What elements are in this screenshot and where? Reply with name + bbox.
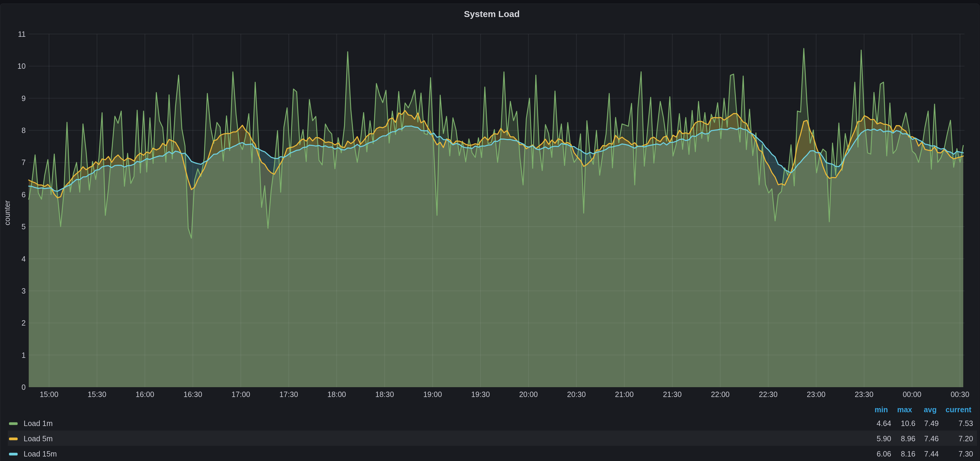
svg-text:7: 7 — [22, 158, 26, 167]
svg-text:Load 5m: Load 5m — [24, 434, 52, 443]
svg-text:7.20: 7.20 — [958, 434, 973, 443]
svg-text:17:00: 17:00 — [231, 390, 250, 399]
svg-text:7.49: 7.49 — [924, 419, 939, 428]
svg-text:4.64: 4.64 — [877, 419, 891, 428]
svg-text:17:30: 17:30 — [280, 390, 298, 399]
svg-text:22:00: 22:00 — [711, 390, 730, 399]
svg-text:3: 3 — [22, 287, 26, 295]
svg-text:11: 11 — [18, 30, 26, 38]
svg-text:8.16: 8.16 — [901, 450, 915, 458]
svg-text:7.44: 7.44 — [924, 450, 939, 458]
svg-text:4: 4 — [22, 255, 26, 263]
svg-text:23:00: 23:00 — [807, 390, 826, 399]
svg-text:21:30: 21:30 — [663, 390, 682, 399]
svg-text:1: 1 — [22, 351, 26, 359]
svg-text:6.06: 6.06 — [877, 450, 891, 458]
svg-text:16:00: 16:00 — [135, 390, 154, 399]
svg-text:min: min — [875, 405, 888, 414]
svg-text:avg: avg — [924, 405, 937, 414]
svg-text:6: 6 — [22, 191, 26, 199]
svg-text:21:00: 21:00 — [615, 390, 634, 399]
svg-text:0: 0 — [22, 383, 26, 391]
svg-text:Load 15m: Load 15m — [24, 450, 57, 458]
svg-text:19:30: 19:30 — [471, 390, 490, 399]
svg-text:Load 1m: Load 1m — [24, 419, 52, 428]
svg-text:current: current — [946, 405, 972, 414]
svg-text:23:30: 23:30 — [855, 390, 873, 399]
svg-text:8.96: 8.96 — [901, 434, 915, 443]
svg-text:System Load: System Load — [464, 9, 520, 19]
svg-text:7.46: 7.46 — [924, 434, 939, 443]
svg-text:19:00: 19:00 — [423, 390, 442, 399]
svg-text:8: 8 — [22, 126, 26, 135]
svg-text:15:00: 15:00 — [40, 390, 59, 399]
svg-text:18:00: 18:00 — [328, 390, 346, 399]
svg-text:18:30: 18:30 — [375, 390, 394, 399]
svg-text:max: max — [897, 405, 912, 414]
svg-text:22:30: 22:30 — [759, 390, 778, 399]
svg-text:20:00: 20:00 — [519, 390, 538, 399]
svg-text:7.53: 7.53 — [958, 419, 973, 428]
svg-text:7.30: 7.30 — [958, 450, 973, 458]
svg-text:5: 5 — [22, 223, 26, 231]
svg-text:9: 9 — [22, 94, 26, 103]
svg-text:15:30: 15:30 — [88, 390, 107, 399]
svg-text:00:30: 00:30 — [951, 390, 969, 399]
svg-text:2: 2 — [22, 319, 26, 327]
svg-text:10.6: 10.6 — [901, 419, 915, 428]
svg-text:5.90: 5.90 — [877, 434, 891, 443]
svg-text:20:30: 20:30 — [567, 390, 586, 399]
svg-text:10: 10 — [18, 62, 26, 70]
svg-text:16:30: 16:30 — [184, 390, 202, 399]
svg-text:00:00: 00:00 — [902, 390, 921, 399]
svg-text:counter: counter — [3, 200, 11, 225]
